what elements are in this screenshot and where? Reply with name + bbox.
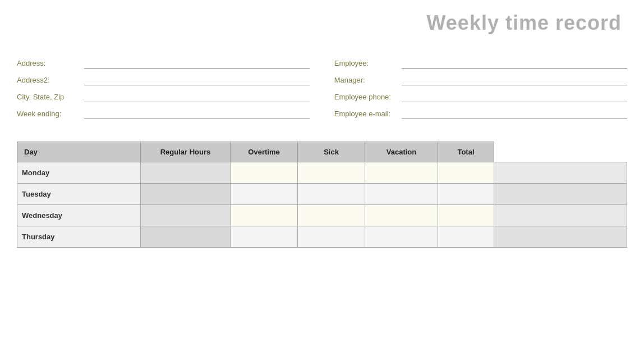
header-vacation: Vacation: [365, 142, 438, 162]
address2-label: Address2:: [17, 76, 84, 85]
regular-cell[interactable]: [231, 184, 298, 205]
day-name-cell: Wednesday: [17, 205, 141, 226]
overtime-cell[interactable]: [298, 162, 365, 184]
sick-cell[interactable]: [365, 205, 438, 226]
day-sub-cell: [141, 205, 231, 226]
day-name-cell: Monday: [17, 162, 141, 184]
form-left: Address: Address2: City, State, Zip Week…: [17, 57, 310, 125]
week-ending-label: Week ending:: [17, 110, 84, 119]
total-cell: [494, 184, 627, 205]
table-row: Wednesday: [17, 205, 627, 226]
total-cell: [494, 226, 627, 248]
vacation-cell[interactable]: [438, 162, 494, 184]
vacation-cell[interactable]: [438, 184, 494, 205]
manager-label: Manager:: [334, 76, 402, 85]
address-label: Address:: [17, 59, 84, 69]
header-overtime: Overtime: [231, 142, 298, 162]
header-total: Total: [438, 142, 494, 162]
phone-input[interactable]: [402, 91, 627, 102]
sick-cell[interactable]: [365, 184, 438, 205]
email-input[interactable]: [402, 108, 627, 119]
address-input[interactable]: [84, 57, 310, 69]
overtime-cell[interactable]: [298, 226, 365, 248]
week-ending-input[interactable]: [84, 108, 310, 119]
regular-cell[interactable]: [231, 226, 298, 248]
address2-row: Address2:: [17, 74, 310, 85]
sick-cell[interactable]: [365, 226, 438, 248]
total-cell: [494, 205, 627, 226]
employee-label: Employee:: [334, 59, 402, 69]
employee-input[interactable]: [402, 57, 627, 69]
table-row: Thursday: [17, 226, 627, 248]
overtime-cell[interactable]: [298, 184, 365, 205]
vacation-cell[interactable]: [438, 205, 494, 226]
overtime-cell[interactable]: [298, 205, 365, 226]
regular-cell[interactable]: [231, 205, 298, 226]
address-row: Address:: [17, 57, 310, 69]
address2-input[interactable]: [84, 74, 310, 85]
regular-cell[interactable]: [231, 162, 298, 184]
phone-label: Employee phone:: [334, 93, 402, 102]
time-table: Day Regular Hours Overtime Sick Vacation…: [17, 142, 627, 248]
phone-row: Employee phone:: [334, 91, 627, 102]
header-regular: Regular Hours: [141, 142, 231, 162]
vacation-cell[interactable]: [438, 226, 494, 248]
day-name-cell: Thursday: [17, 226, 141, 248]
header-day: Day: [17, 142, 141, 162]
day-sub-cell: [141, 162, 231, 184]
manager-row: Manager:: [334, 74, 627, 85]
page-title: Weekly time record: [427, 11, 622, 34]
table-row: Tuesday: [17, 184, 627, 205]
title-area: Weekly time record: [17, 11, 627, 35]
city-input[interactable]: [84, 91, 310, 102]
page-container: Weekly time record Address: Address2: Ci…: [0, 0, 644, 355]
week-ending-row: Week ending:: [17, 108, 310, 119]
email-row: Employee e-mail:: [334, 108, 627, 119]
table-row: Monday: [17, 162, 627, 184]
total-cell: [494, 162, 627, 184]
employee-row: Employee:: [334, 57, 627, 69]
manager-input[interactable]: [402, 74, 627, 85]
city-row: City, State, Zip: [17, 91, 310, 102]
email-label: Employee e-mail:: [334, 110, 402, 119]
day-sub-cell: [141, 184, 231, 205]
form-right: Employee: Manager: Employee phone: Emplo…: [334, 57, 627, 125]
sick-cell[interactable]: [365, 162, 438, 184]
form-section: Address: Address2: City, State, Zip Week…: [17, 57, 627, 125]
day-name-cell: Tuesday: [17, 184, 141, 205]
header-sick: Sick: [298, 142, 365, 162]
day-sub-cell: [141, 226, 231, 248]
city-label: City, State, Zip: [17, 93, 84, 102]
